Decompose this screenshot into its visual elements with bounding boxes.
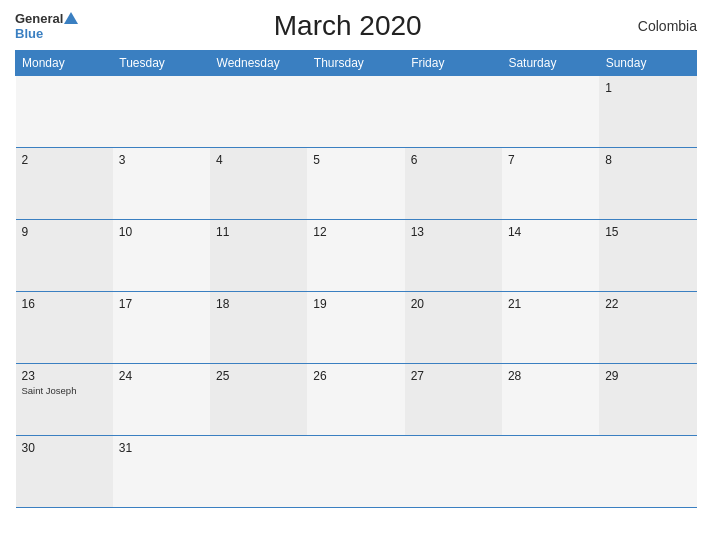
day-number: 21 [508,297,593,311]
day-number: 13 [411,225,496,239]
calendar-page: General Blue March 2020 Colombia Monday … [0,0,712,550]
calendar-cell: 30 [16,436,113,508]
col-sunday: Sunday [599,51,696,76]
day-number: 3 [119,153,204,167]
logo-blue-text: Blue [15,26,43,41]
col-wednesday: Wednesday [210,51,307,76]
calendar-cell: 14 [502,220,599,292]
col-friday: Friday [405,51,502,76]
day-number: 9 [22,225,107,239]
col-saturday: Saturday [502,51,599,76]
calendar-cell: 9 [16,220,113,292]
calendar-cell: 23Saint Joseph [16,364,113,436]
calendar-title: March 2020 [78,10,617,42]
day-number: 18 [216,297,301,311]
calendar-week-row: 16171819202122 [16,292,697,364]
day-number: 2 [22,153,107,167]
calendar-cell [502,436,599,508]
calendar-cell: 10 [113,220,210,292]
calendar-cell: 26 [307,364,404,436]
calendar-cell: 28 [502,364,599,436]
calendar-cell: 19 [307,292,404,364]
col-tuesday: Tuesday [113,51,210,76]
day-number: 25 [216,369,301,383]
calendar-cell: 4 [210,148,307,220]
country-label: Colombia [617,18,697,34]
day-number: 15 [605,225,690,239]
calendar-cell: 5 [307,148,404,220]
calendar-cell [502,76,599,148]
calendar-week-row: 3031 [16,436,697,508]
calendar-cell: 16 [16,292,113,364]
day-number: 26 [313,369,398,383]
day-number: 7 [508,153,593,167]
calendar-week-row: 1 [16,76,697,148]
day-number: 1 [605,81,690,95]
calendar-cell: 8 [599,148,696,220]
calendar-cell [210,436,307,508]
calendar-cell: 29 [599,364,696,436]
day-number: 30 [22,441,107,455]
day-number: 28 [508,369,593,383]
calendar-cell: 27 [405,364,502,436]
day-number: 27 [411,369,496,383]
calendar-cell [307,436,404,508]
logo-general-text: General [15,11,63,26]
calendar-cell [113,76,210,148]
calendar-cell [210,76,307,148]
calendar-cell: 21 [502,292,599,364]
calendar-cell: 22 [599,292,696,364]
day-number: 6 [411,153,496,167]
day-number: 11 [216,225,301,239]
header: General Blue March 2020 Colombia [15,10,697,42]
day-number: 10 [119,225,204,239]
calendar-cell: 6 [405,148,502,220]
calendar-cell: 1 [599,76,696,148]
weekday-header-row: Monday Tuesday Wednesday Thursday Friday… [16,51,697,76]
day-number: 8 [605,153,690,167]
day-number: 4 [216,153,301,167]
day-number: 14 [508,225,593,239]
calendar-cell [405,436,502,508]
day-number: 23 [22,369,107,383]
calendar-body: 1234567891011121314151617181920212223Sai… [16,76,697,508]
calendar-cell: 20 [405,292,502,364]
calendar-cell: 11 [210,220,307,292]
calendar-cell: 13 [405,220,502,292]
day-number: 12 [313,225,398,239]
day-number: 17 [119,297,204,311]
day-number: 16 [22,297,107,311]
calendar-cell: 25 [210,364,307,436]
logo: General Blue [15,11,78,41]
calendar-cell: 2 [16,148,113,220]
calendar-cell [307,76,404,148]
calendar-cell [599,436,696,508]
calendar-header: Monday Tuesday Wednesday Thursday Friday… [16,51,697,76]
day-number: 24 [119,369,204,383]
calendar-cell: 7 [502,148,599,220]
day-number: 31 [119,441,204,455]
col-thursday: Thursday [307,51,404,76]
calendar-cell [16,76,113,148]
day-number: 29 [605,369,690,383]
day-number: 22 [605,297,690,311]
day-number: 19 [313,297,398,311]
calendar-week-row: 9101112131415 [16,220,697,292]
calendar-cell: 31 [113,436,210,508]
logo-triangle-icon [64,12,78,24]
day-number: 5 [313,153,398,167]
calendar-cell: 3 [113,148,210,220]
calendar-cell: 18 [210,292,307,364]
calendar-table: Monday Tuesday Wednesday Thursday Friday… [15,50,697,508]
calendar-cell [405,76,502,148]
col-monday: Monday [16,51,113,76]
calendar-cell: 12 [307,220,404,292]
calendar-week-row: 2345678 [16,148,697,220]
calendar-week-row: 23Saint Joseph242526272829 [16,364,697,436]
calendar-cell: 15 [599,220,696,292]
holiday-label: Saint Joseph [22,385,107,396]
day-number: 20 [411,297,496,311]
calendar-cell: 17 [113,292,210,364]
calendar-cell: 24 [113,364,210,436]
